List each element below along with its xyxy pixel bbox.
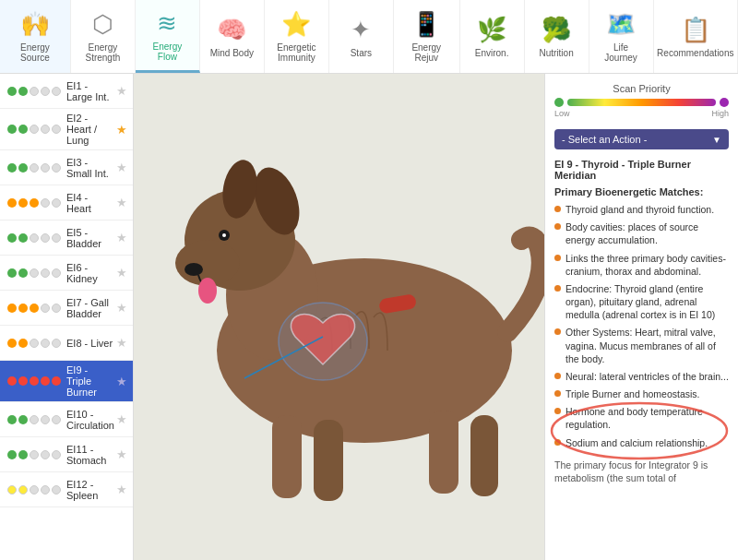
row-label-ei9: EI9 - Triple Burner [66, 364, 114, 398]
star-ei4[interactable]: ★ [116, 196, 127, 209]
star-ei8[interactable]: ★ [116, 336, 127, 350]
dots-ei11 [7, 450, 61, 459]
svg-point-8 [184, 263, 203, 276]
dot-3 [41, 198, 50, 208]
dot-1 [18, 376, 28, 386]
dot-3 [41, 233, 50, 243]
nav-item-life-journey[interactable]: 🗺️ Life Journey [589, 0, 654, 73]
dot-1 [18, 415, 28, 424]
nav-item-energy-strength[interactable]: ⬡ Energy Strength [71, 0, 136, 73]
dot-2 [30, 304, 39, 313]
nav-item-environ[interactable]: 🌿 Environ. [460, 0, 525, 73]
row-label-ei8: EI8 - Liver [66, 338, 114, 349]
sidebar-row-ei12[interactable]: EI12 - Spleen★ [0, 472, 133, 507]
dot-0 [7, 87, 17, 96]
dot-4 [52, 233, 61, 243]
sidebar-row-ei5[interactable]: EI5 - Bladder★ [0, 220, 133, 256]
svg-point-9 [198, 278, 217, 304]
priority-bar-row [554, 98, 729, 107]
bullet-item-5: Neural: lateral ventricles of the brain.… [554, 370, 729, 383]
nav-item-recommendations[interactable]: 📋 Recommendations [654, 0, 738, 73]
star-ei9[interactable]: ★ [116, 375, 127, 388]
sidebar-row-ei3[interactable]: EI3 - Small Int.★ [0, 150, 133, 185]
star-ei11[interactable]: ★ [116, 447, 127, 461]
sidebar-row-ei7[interactable]: EI7 - Gall Bladder★ [0, 291, 133, 326]
row-label-ei4: EI4 - Heart [66, 192, 114, 214]
star-ei6[interactable]: ★ [116, 266, 127, 280]
dot-1 [18, 304, 28, 313]
bullet-text-4: Other Systems: Heart, mitral valve, vagi… [565, 326, 729, 365]
priority-dot-high [720, 98, 729, 107]
nav-label-energy-strength: Energy Strength [85, 42, 120, 63]
sidebar-row-ei1[interactable]: EI1 - Large Int.★ [0, 74, 133, 109]
star-ei7[interactable]: ★ [116, 301, 127, 315]
dot-2 [30, 268, 39, 278]
sidebar-row-ei9[interactable]: EI9 - Triple Burner★ [0, 361, 133, 402]
select-action-label: - Select an Action - [562, 134, 647, 145]
dots-ei2 [7, 125, 61, 134]
row-label-ei11: EI11 - Stomach [66, 444, 114, 466]
nav-label-energy-source: Energy Source [9, 42, 61, 63]
nav-item-energy-source[interactable]: 🙌 Energy Source [0, 0, 71, 73]
nav-item-nutrition[interactable]: 🥦 Nutrition [525, 0, 589, 73]
dot-4 [52, 485, 61, 494]
dot-4 [52, 125, 61, 134]
dot-0 [7, 268, 17, 278]
center-view [134, 74, 544, 560]
dots-ei7 [7, 304, 61, 313]
dot-2 [30, 339, 39, 348]
bullet-text-0: Thyroid gland and thyroid function. [565, 203, 714, 216]
sidebar-row-ei10[interactable]: EI10 - Circulation★ [0, 402, 133, 437]
energetic-immunity-icon: ⭐ [281, 10, 311, 39]
dot-0 [7, 125, 17, 134]
bioenergetic-title: Primary Bioenergetic Matches: [554, 186, 729, 197]
dot-2 [30, 376, 39, 386]
dot-3 [41, 450, 50, 459]
dots-ei8 [7, 339, 61, 348]
bullet-item-2: Links the three primary body cavities-cr… [554, 252, 729, 278]
nav-label-energy-flow: Energy Flow [145, 42, 190, 62]
star-ei5[interactable]: ★ [116, 231, 127, 244]
priority-dot-low [554, 98, 564, 107]
row-label-ei1: EI1 - Large Int. [66, 80, 114, 102]
dot-4 [52, 450, 61, 459]
select-action-dropdown[interactable]: - Select an Action - ▼ [554, 129, 729, 149]
star-ei1[interactable]: ★ [116, 84, 127, 98]
nav-label-environ: Environ. [475, 48, 509, 58]
dots-ei12 [7, 485, 61, 494]
nav-item-energy-rejuv[interactable]: 📱 Energy Rejuv [394, 0, 460, 73]
main-content: EI1 - Large Int.★EI2 - Heart / Lung★EI3 … [0, 74, 738, 560]
star-ei3[interactable]: ★ [116, 161, 127, 174]
nav-item-energy-flow[interactable]: ≋ Energy Flow [136, 0, 200, 73]
nav-item-stars[interactable]: ✦ Stars [329, 0, 394, 73]
chevron-down-icon: ▼ [712, 135, 721, 145]
nav-item-energetic-immunity[interactable]: ⭐ Energetic Immunity [265, 0, 329, 73]
row-label-ei12: EI12 - Spleen [66, 479, 114, 501]
dot-0 [7, 415, 17, 424]
star-ei12[interactable]: ★ [116, 483, 127, 496]
energy-rejuv-icon: 📱 [411, 10, 441, 39]
dot-2 [30, 87, 39, 96]
dot-0 [7, 304, 17, 313]
energy-flow-icon: ≋ [157, 9, 177, 38]
dots-ei6 [7, 268, 61, 278]
row-label-ei2: EI2 - Heart / Lung [66, 113, 114, 146]
nav-label-stars: Stars [351, 48, 372, 58]
dot-4 [52, 339, 61, 348]
sidebar-row-ei8[interactable]: EI8 - Liver★ [0, 326, 133, 361]
scan-priority-label: Scan Priority [554, 83, 729, 94]
dot-1 [18, 450, 28, 459]
row-label-ei6: EI6 - Kidney [66, 262, 114, 284]
star-ei2[interactable]: ★ [116, 123, 127, 137]
row-label-ei5: EI5 - Bladder [66, 227, 114, 249]
sidebar-row-ei11[interactable]: EI11 - Stomach★ [0, 437, 133, 472]
dot-0 [7, 485, 17, 494]
bullet-text-5: Neural: lateral ventricles of the brain.… [565, 370, 729, 383]
star-ei10[interactable]: ★ [116, 412, 127, 426]
dot-2 [30, 450, 39, 459]
sidebar-row-ei6[interactable]: EI6 - Kidney★ [0, 256, 133, 291]
sidebar-row-ei2[interactable]: EI2 - Heart / Lung★ [0, 109, 133, 150]
sidebar-row-ei4[interactable]: EI4 - Heart★ [0, 185, 133, 220]
bullet-dot-0 [554, 206, 561, 212]
nav-item-mind-body[interactable]: 🧠 Mind Body [200, 0, 265, 73]
